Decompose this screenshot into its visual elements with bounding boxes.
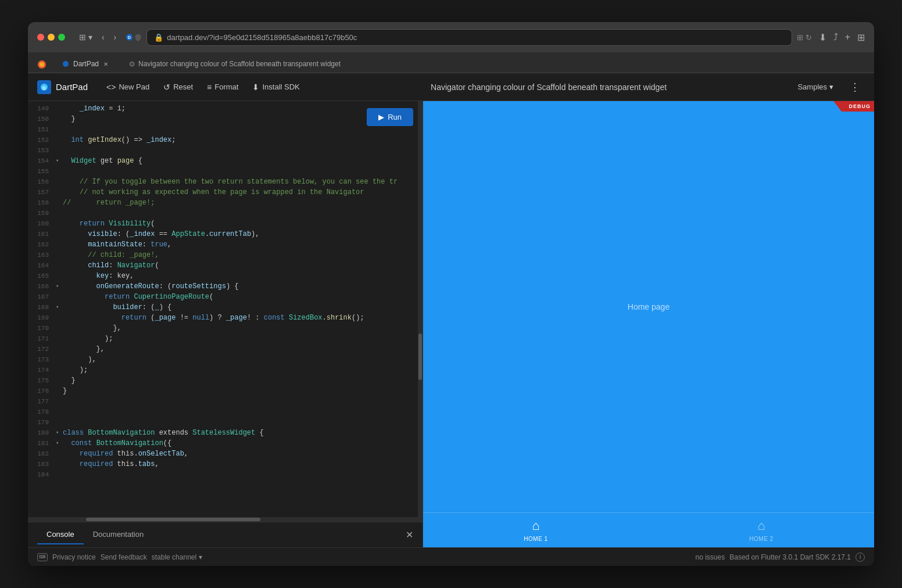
svg-text:D: D: [42, 85, 46, 91]
dart-shield-icon: D: [126, 33, 133, 42]
svg-point-4: [63, 61, 69, 67]
code-line-149: 149 _index = i;: [28, 103, 423, 114]
download-icon[interactable]: ⬇: [819, 32, 826, 43]
home-page-label: Home page: [628, 302, 670, 311]
nav-item-home1[interactable]: ⌂ HOME 1: [423, 518, 649, 542]
code-line-169: 169 return (_page != null) ? _page! : co…: [28, 313, 423, 323]
channel-label: stable channel: [152, 553, 196, 561]
svg-text:D: D: [128, 35, 131, 40]
dartpad-header: D DartPad <> New Pad ↺ Reset ≡ Format ⬇ …: [28, 73, 874, 101]
run-button[interactable]: ▶ Run: [367, 108, 413, 126]
sidebar-toggle-button[interactable]: ⊞ ▾: [77, 30, 95, 44]
more-options-button[interactable]: ⋮: [845, 78, 865, 96]
tab-dartpad[interactable]: DartPad ✕: [53, 55, 117, 73]
code-editor-inner[interactable]: 149 _index = i; 150 } 151: [28, 101, 423, 522]
code-line-182: 182 required this.onSelectTab,: [28, 449, 423, 459]
horizontal-scrollbar[interactable]: [28, 517, 418, 522]
nav-item-home2[interactable]: ⌂ HOME 2: [649, 518, 874, 542]
new-pad-button[interactable]: <> New Pad: [99, 79, 156, 95]
code-line-176: 176 }: [28, 386, 423, 396]
code-line-180: 180 ▾ class BottomNavigation extends Sta…: [28, 428, 423, 438]
console-tab[interactable]: Console: [37, 525, 84, 544]
maximize-traffic-light[interactable]: [58, 34, 65, 41]
code-line-175: 175 }: [28, 375, 423, 386]
traffic-lights: [37, 34, 65, 41]
tab-favicon: [33, 56, 51, 73]
code-content[interactable]: 149 _index = i; 150 } 151: [28, 101, 423, 482]
code-line-159: 159: [28, 208, 423, 218]
code-line-153: 153: [28, 145, 423, 156]
tab-github[interactable]: ⊙ Navigator changing colour of Scaffold …: [120, 55, 350, 73]
new-pad-icon: <>: [106, 83, 116, 92]
code-line-162: 162 maintainState: true,: [28, 239, 423, 250]
panel-close-button[interactable]: ✕: [406, 529, 413, 540]
tab-label: DartPad: [73, 60, 99, 68]
address-bar[interactable]: 🔒 dartpad.dev/?id=95e0d2158d518965a8aebb…: [146, 29, 792, 46]
code-line-158: 158 // return _page!;: [28, 198, 423, 208]
panel-tabs: Console Documentation: [37, 525, 153, 544]
documentation-tab[interactable]: Documentation: [84, 525, 153, 544]
new-tab-icon[interactable]: +: [845, 32, 850, 42]
tab-dart-icon: [62, 60, 70, 68]
bottom-panel: Console Documentation ✕: [28, 522, 423, 547]
channel-selector[interactable]: stable channel ▾: [152, 553, 202, 561]
code-line-183: 183 required this.tabs,: [28, 459, 423, 469]
sdk-info-label: Based on Flutter 3.0.1 Dart SDK 2.17.1: [729, 553, 851, 561]
dart-logo-icon: D: [37, 80, 51, 94]
chevron-down-icon: ▾: [829, 83, 833, 91]
share-icon[interactable]: ⤴: [833, 32, 838, 42]
preview-area: DEBUG Home page ⌂ HOME 1 ⌂ HOME 2: [423, 101, 874, 547]
code-line-156: 156 // If you toggle between the two ret…: [28, 177, 423, 187]
reader-controls: ⊞ ↻: [797, 33, 812, 42]
code-line-168: 168 ▾ builder: (_) {: [28, 302, 423, 313]
shield-icon: [134, 33, 142, 42]
grid-icon[interactable]: ⊞: [857, 32, 865, 43]
info-icon[interactable]: i: [856, 553, 865, 562]
format-button[interactable]: ≡ Format: [200, 79, 245, 95]
send-feedback-link[interactable]: Send feedback: [101, 553, 147, 561]
main-content: ▶ Run 149 _index = i; 150: [28, 101, 874, 547]
new-pad-label: New Pad: [119, 83, 149, 91]
code-line-177: 177: [28, 396, 423, 407]
reset-button[interactable]: ↺ Reset: [156, 79, 200, 95]
vertical-scrollbar-thumb[interactable]: [418, 334, 422, 380]
status-right: no issues Based on Flutter 3.0.1 Dart SD…: [696, 553, 865, 562]
code-line-172: 172 },: [28, 344, 423, 354]
tabs-bar: DartPad ✕ ⊙ Navigator changing colour of…: [28, 52, 874, 73]
code-line-181: 181 ▾ const BottomNavigation({: [28, 438, 423, 449]
install-sdk-button[interactable]: ⬇ Install SDK: [245, 79, 306, 95]
vertical-scrollbar[interactable]: [418, 101, 423, 522]
code-line-170: 170 },: [28, 323, 423, 334]
horizontal-scrollbar-thumb[interactable]: [86, 518, 260, 521]
run-btn-container: ▶ Run: [367, 108, 413, 126]
github-icon: ⊙: [129, 60, 135, 68]
reset-label: Reset: [173, 83, 193, 91]
code-line-174: 174 );: [28, 365, 423, 375]
code-line-167: 167 return CupertinoPageRoute(: [28, 292, 423, 302]
forward-button[interactable]: ›: [112, 30, 119, 44]
window-controls: ⊞ ▾ ‹ ›: [77, 30, 119, 44]
preview-bottom-nav: ⌂ HOME 1 ⌂ HOME 2: [423, 512, 874, 547]
tab-close-button[interactable]: ✕: [102, 60, 109, 69]
format-label: Format: [214, 83, 238, 91]
status-left: ⌨ Privacy notice Send feedback stable ch…: [37, 553, 202, 561]
back-button[interactable]: ‹: [99, 30, 107, 44]
privacy-notice-link[interactable]: Privacy notice: [52, 553, 96, 561]
samples-button[interactable]: Samples ▾: [790, 79, 840, 95]
code-line-165: 165 key: key,: [28, 271, 423, 281]
code-line-154: 154 ▾ Widget get page {: [28, 156, 423, 166]
minimize-traffic-light[interactable]: [48, 34, 55, 41]
code-line-173: 173 ),: [28, 354, 423, 365]
code-line-166: 166 ▾ onGenerateRoute: (routeSettings) {: [28, 281, 423, 292]
run-play-icon: ▶: [378, 113, 384, 121]
dartpad-logo: D DartPad: [37, 80, 88, 94]
header-right: Samples ▾ ⋮: [790, 78, 865, 96]
code-editor[interactable]: ▶ Run 149 _index = i; 150: [28, 101, 423, 547]
toolbar-right: ⬇ ⤴ + ⊞: [819, 32, 865, 43]
close-traffic-light[interactable]: [37, 34, 44, 41]
home2-icon: ⌂: [757, 518, 765, 533]
keyboard-icon: ⌨: [37, 553, 48, 561]
code-line-178: 178: [28, 407, 423, 417]
no-issues-label: no issues: [696, 553, 725, 561]
channel-chevron-icon: ▾: [199, 553, 202, 561]
